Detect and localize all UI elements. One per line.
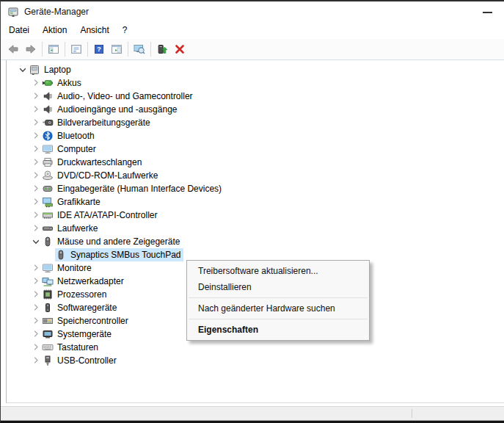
tree-item-tastaturen[interactable]: Tastaturen: [7, 341, 504, 354]
chevron-right-icon[interactable]: [29, 77, 42, 89]
tree-entry[interactable]: Netzwerkadapter: [42, 275, 126, 288]
tree-item-audio-video-und-gamecontroller[interactable]: Audio-, Video- und Gamecontroller: [7, 90, 504, 103]
tree-item-label: Netzwerkadapter: [57, 275, 124, 288]
tree-item-bildverarbeitungsger-te[interactable]: Bildverarbeitungsgeräte: [7, 116, 504, 129]
mouse-icon: [42, 236, 54, 247]
tree-entry[interactable]: Bildverarbeitungsgeräte: [42, 116, 153, 129]
tree-entry[interactable]: DVD/CD-ROM-Laufwerke: [42, 169, 160, 182]
tree-item-label: Grafikkarte: [57, 195, 101, 209]
tree-entry[interactable]: Laufwerke: [42, 222, 100, 235]
bluetooth-icon: [42, 130, 54, 142]
uninstall-button[interactable]: [171, 41, 189, 58]
battery-icon: [42, 77, 54, 89]
tree-item-label: Tastaturen: [57, 341, 98, 354]
svg-text:?: ?: [97, 45, 101, 53]
tree-entry[interactable]: Audio-, Video- und Gamecontroller: [42, 90, 195, 103]
chevron-right-icon[interactable]: [29, 130, 42, 142]
tree-entry[interactable]: Monitore: [42, 261, 94, 275]
tree-item-laptop[interactable]: Laptop: [7, 63, 504, 76]
chevron-right-icon[interactable]: [29, 117, 42, 129]
tree-item-bluetooth[interactable]: Bluetooth: [7, 129, 504, 142]
chevron-right-icon[interactable]: [29, 262, 42, 274]
tree-entry[interactable]: Systemgeräte: [42, 328, 114, 341]
tree-entry[interactable]: Softwaregeräte: [42, 301, 119, 314]
chevron-right-icon[interactable]: [29, 355, 42, 366]
tree-item-akkus[interactable]: Akkus: [7, 76, 504, 90]
tree-item-druckwarteschlangen[interactable]: Druckwarteschlangen: [7, 156, 504, 169]
chevron-right-icon[interactable]: [29, 328, 42, 340]
tree-entry[interactable]: Laptop: [29, 63, 73, 76]
tree-entry[interactable]: Grafikkarte: [42, 195, 103, 209]
context-menu-item-eigenschaften[interactable]: Eigenschaften: [187, 322, 369, 338]
context-menu-item-treibersoftware-aktualisieren[interactable]: Treibersoftware aktualisieren...: [187, 263, 369, 279]
back-arrow-icon: [7, 43, 19, 55]
tree-entry[interactable]: IDE ATA/ATAPI-Controller: [42, 209, 159, 222]
tree-entry[interactable]: Eingabegeräte (Human Interface Devices): [42, 182, 224, 195]
tree-item-audioeing-nge-und-ausg-nge[interactable]: Audioeingänge und -ausgänge: [7, 103, 504, 116]
tree-item-label: Systemgeräte: [57, 328, 112, 341]
tree-entry[interactable]: Audioeingänge und -ausgänge: [42, 103, 179, 116]
context-menu-item-deinstallieren[interactable]: Deinstallieren: [187, 279, 369, 295]
tree-entry[interactable]: Akkus: [42, 76, 84, 90]
chevron-right-icon[interactable]: [29, 183, 42, 195]
tree-item-label: Akkus: [57, 76, 81, 90]
status-bar: [1, 406, 504, 421]
chevron-right-icon[interactable]: [29, 315, 42, 327]
chevron-right-icon[interactable]: [29, 104, 42, 115]
chevron-right-icon[interactable]: [29, 143, 42, 155]
help-icon: ?: [93, 43, 105, 55]
tree-item-laufwerke[interactable]: Laufwerke: [7, 222, 504, 235]
minimize-button[interactable]: [478, 7, 497, 18]
tree-entry[interactable]: Computer: [42, 142, 98, 156]
tree-item-grafikkarte[interactable]: Grafikkarte: [7, 195, 504, 209]
menu-ansicht[interactable]: Ansicht: [73, 22, 115, 38]
back-arrow-button[interactable]: [4, 41, 22, 58]
menu-[interactable]: ?: [116, 22, 134, 38]
chevron-down-icon[interactable]: [16, 64, 29, 76]
chevron-right-icon[interactable]: [29, 275, 42, 287]
selected-tree-entry[interactable]: Synaptics SMBus TouchPad: [55, 248, 183, 261]
properties-list-button[interactable]: [67, 41, 85, 58]
tree-item-label: IDE ATA/ATAPI-Controller: [57, 209, 157, 222]
chevron-right-icon[interactable]: [29, 289, 42, 300]
show-action-pane-button[interactable]: [108, 41, 125, 58]
chevron-right-icon[interactable]: [29, 196, 42, 208]
update-driver-button[interactable]: [153, 41, 171, 58]
context-menu-item-nach-ge-nderter-hardware-suchen[interactable]: Nach geänderter Hardware suchen: [187, 300, 369, 317]
chevron-right-icon[interactable]: [29, 156, 42, 168]
tree-entry[interactable]: Prozessoren: [42, 288, 109, 301]
tree-entry[interactable]: USB-Controller: [42, 354, 119, 367]
speaker-icon: [42, 104, 54, 115]
hard-drive-icon: [42, 223, 54, 234]
tree-item-m-use-und-andere-zeigeger-te[interactable]: Mäuse und andere Zeigegeräte: [7, 235, 504, 248]
menu-datei[interactable]: Datei: [2, 22, 36, 38]
show-console-tree-button[interactable]: [45, 41, 62, 58]
tree-entry[interactable]: Mäuse und andere Zeigegeräte: [42, 235, 182, 248]
chevron-right-icon[interactable]: [29, 302, 42, 314]
tree-entry[interactable]: Tastaturen: [42, 341, 101, 354]
help-button[interactable]: ?: [90, 41, 108, 58]
chevron-right-icon[interactable]: [29, 90, 42, 102]
tree-item-ide-ata-atapi-controller[interactable]: IDE ATA/ATAPI-Controller: [7, 209, 504, 222]
chevron-down-icon[interactable]: [29, 236, 42, 247]
graphics-card-icon: [42, 196, 54, 208]
tree-item-label: Bildverarbeitungsgeräte: [57, 116, 150, 129]
forward-arrow-button[interactable]: [22, 41, 40, 58]
tree-item-computer[interactable]: Computer: [7, 142, 504, 156]
tree-item-label: Bluetooth: [57, 129, 95, 142]
chevron-right-icon[interactable]: [29, 341, 42, 353]
tree-item-label: Mäuse und andere Zeigegeräte: [57, 235, 180, 248]
storage-controller-icon: [42, 315, 54, 327]
tree-item-eingabeger-te-human-interface-devices[interactable]: Eingabegeräte (Human Interface Devices): [7, 182, 504, 195]
tree-item-dvd-cd-rom-laufwerke[interactable]: DVD/CD-ROM-Laufwerke: [7, 169, 504, 182]
tree-entry[interactable]: Speichercontroller: [42, 314, 131, 328]
toolbar-separator: [87, 42, 88, 57]
tree-entry[interactable]: Bluetooth: [42, 129, 97, 142]
chevron-right-icon[interactable]: [29, 170, 42, 181]
tree-item-usb-controller[interactable]: USB-Controller: [7, 354, 504, 367]
menu-aktion[interactable]: Aktion: [36, 22, 73, 38]
chevron-right-icon[interactable]: [29, 209, 42, 221]
scan-hardware-changes-button[interactable]: [131, 41, 148, 58]
tree-entry[interactable]: Druckwarteschlangen: [42, 156, 144, 169]
chevron-right-icon[interactable]: [29, 223, 42, 234]
